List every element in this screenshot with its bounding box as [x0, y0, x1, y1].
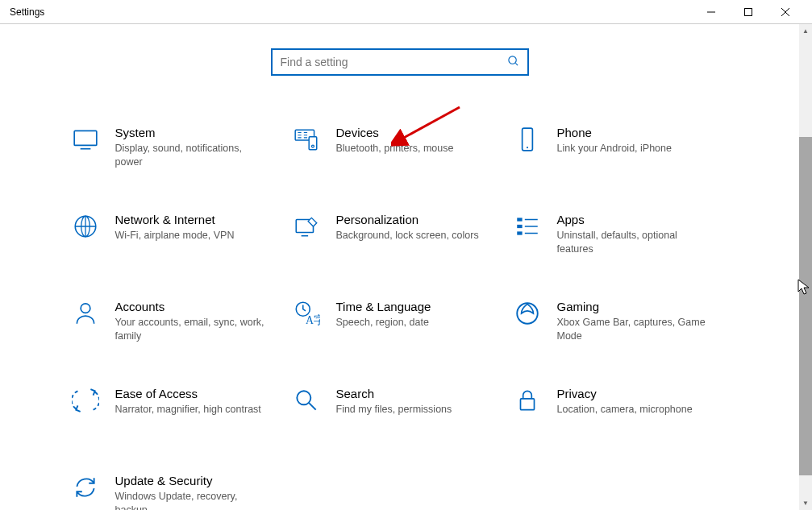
- tile-desc: Wi-Fi, airplane mode, VPN: [115, 229, 235, 243]
- tile-network[interactable]: Network & Internet Wi-Fi, airplane mode,…: [70, 211, 288, 259]
- devices-icon: [291, 124, 322, 155]
- tile-apps[interactable]: Apps Uninstall, defaults, optional featu…: [512, 211, 730, 259]
- svg-point-17: [517, 303, 538, 324]
- titlebar: Settings: [0, 0, 812, 24]
- tile-ease-of-access[interactable]: Ease of Access Narrator, magnifier, high…: [70, 385, 288, 433]
- tile-desc: Your accounts, email, sync, work, family: [115, 316, 269, 343]
- maximize-button[interactable]: [730, 0, 767, 24]
- paint-icon: [291, 211, 322, 242]
- tile-desc: Background, lock screen, colors: [336, 229, 479, 243]
- tile-title: Privacy: [557, 387, 693, 400]
- tile-title: Personalization: [336, 213, 479, 226]
- minimize-button[interactable]: [693, 0, 730, 24]
- tile-title: System: [115, 126, 269, 139]
- tile-title: Gaming: [557, 300, 710, 313]
- apps-icon: [512, 211, 543, 242]
- tile-desc: Windows Update, recovery, backup: [115, 490, 269, 510]
- tile-personalization[interactable]: Personalization Background, lock screen,…: [291, 211, 509, 259]
- tile-title: Phone: [557, 126, 672, 139]
- svg-point-7: [526, 147, 527, 148]
- vertical-scrollbar[interactable]: ▲ ▼: [799, 24, 812, 510]
- tile-title: Network & Internet: [115, 213, 235, 226]
- svg-rect-19: [520, 399, 534, 410]
- svg-rect-12: [517, 225, 522, 228]
- search-box[interactable]: [271, 48, 529, 76]
- tile-title: Update & Security: [115, 474, 269, 487]
- phone-icon: [512, 124, 543, 155]
- tile-desc: Bluetooth, printers, mouse: [336, 142, 454, 155]
- time-language-icon: A字: [291, 298, 322, 329]
- lock-icon: [512, 385, 543, 416]
- tile-desc: Link your Android, iPhone: [557, 142, 672, 155]
- svg-point-14: [81, 304, 90, 313]
- tile-phone[interactable]: Phone Link your Android, iPhone: [512, 124, 730, 172]
- tile-gaming[interactable]: Gaming Xbox Game Bar, captures, Game Mod…: [512, 298, 730, 346]
- tile-accounts[interactable]: Accounts Your accounts, email, sync, wor…: [70, 298, 288, 346]
- tile-privacy[interactable]: Privacy Location, camera, microphone: [512, 385, 730, 433]
- globe-icon: [70, 211, 101, 242]
- svg-point-1: [508, 56, 515, 64]
- svg-rect-11: [517, 218, 522, 221]
- tile-desc: Xbox Game Bar, captures, Game Mode: [557, 316, 710, 343]
- search-container: [0, 48, 799, 76]
- svg-text:A字: A字: [305, 314, 319, 326]
- tile-desc: Speech, region, date: [336, 316, 431, 330]
- scrollbar-thumb[interactable]: [799, 137, 812, 475]
- update-icon: [70, 472, 101, 503]
- tile-search[interactable]: Search Find my files, permissions: [291, 385, 509, 433]
- tile-time-language[interactable]: A字 Time & Language Speech, region, date: [291, 298, 509, 346]
- system-icon: [70, 124, 101, 155]
- tile-system[interactable]: System Display, sound, notifications, po…: [70, 124, 288, 172]
- tile-devices[interactable]: Devices Bluetooth, printers, mouse: [291, 124, 509, 172]
- tile-title: Search: [336, 387, 452, 400]
- settings-grid: System Display, sound, notifications, po…: [0, 124, 799, 510]
- window-title: Settings: [10, 6, 693, 18]
- tile-desc: Find my files, permissions: [336, 403, 452, 417]
- scroll-down-arrow[interactable]: ▼: [799, 496, 812, 510]
- svg-rect-0: [745, 8, 752, 15]
- tile-title: Ease of Access: [115, 387, 261, 400]
- tile-desc: Narrator, magnifier, high contrast: [115, 403, 261, 417]
- tile-desc: Display, sound, notifications, power: [115, 142, 269, 169]
- tile-title: Accounts: [115, 300, 269, 313]
- search-input[interactable]: [281, 50, 507, 74]
- scroll-up-arrow[interactable]: ▲: [799, 24, 812, 38]
- tile-title: Devices: [336, 126, 454, 139]
- svg-rect-13: [517, 231, 522, 234]
- tile-desc: Uninstall, defaults, optional features: [557, 229, 710, 256]
- close-button[interactable]: [767, 0, 804, 24]
- tile-title: Time & Language: [336, 300, 431, 313]
- person-icon: [70, 298, 101, 329]
- gaming-icon: [512, 298, 543, 329]
- ease-of-access-icon: [70, 385, 101, 416]
- tile-title: Apps: [557, 213, 710, 226]
- magnifier-icon: [291, 385, 322, 416]
- tile-desc: Location, camera, microphone: [557, 403, 693, 417]
- window-controls: [693, 0, 804, 24]
- search-icon: [507, 55, 519, 69]
- svg-point-18: [297, 391, 310, 404]
- svg-rect-2: [74, 131, 97, 145]
- tile-update-security[interactable]: Update & Security Windows Update, recove…: [70, 472, 288, 510]
- content-area: System Display, sound, notifications, po…: [0, 24, 799, 510]
